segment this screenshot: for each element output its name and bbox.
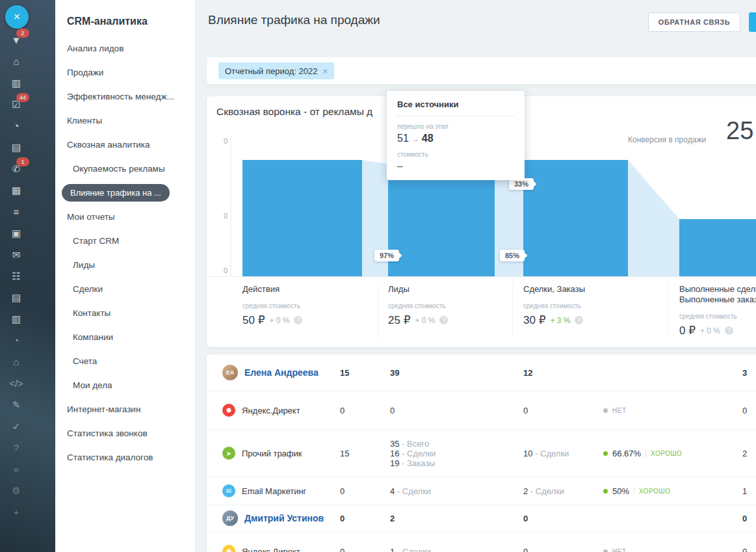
crm-icon[interactable]: ◔	[3, 116, 29, 136]
mail-icon[interactable]: ✉	[3, 245, 29, 265]
main-content: Влияние трафика на продажи ОБРАТНАЯ СВЯЗ…	[195, 0, 756, 552]
feedback-button[interactable]: ОБРАТНАЯ СВЯЗЬ	[648, 12, 740, 32]
marketing-icon[interactable]: ◔	[3, 331, 29, 350]
right-count-cell: 1	[742, 486, 756, 496]
value: 2	[390, 514, 395, 523]
bar-deals	[523, 160, 628, 276]
close-button[interactable]: ×	[5, 5, 29, 29]
table-row[interactable]: ДУДмитрий Устинов0200	[207, 505, 756, 531]
sidebar-item[interactable]: Анализ лидов	[55, 36, 195, 60]
sidebar-item[interactable]: Сквозная аналитика	[55, 133, 195, 157]
sidebar-item-label: Продажи	[67, 68, 103, 77]
value: 19	[390, 458, 399, 468]
help-icon[interactable]: ?	[575, 316, 583, 324]
sidebar-item-label: Влияние трафика на ...	[62, 184, 170, 202]
value: 0	[340, 406, 345, 415]
traffic-green-icon: ➤	[222, 447, 235, 460]
check-icon[interactable]: ✓	[3, 417, 29, 436]
filter-bar[interactable]: Отчетный период: 2022 ×	[207, 57, 756, 85]
sidebar-item[interactable]: Интернет-магазин	[55, 397, 195, 421]
primary-action-button[interactable]	[749, 12, 756, 32]
help-icon[interactable]: ?	[439, 316, 448, 324]
add-icon[interactable]: +	[3, 503, 29, 522]
table-row[interactable]: Яндекс.Директ000НЕТ0	[207, 391, 756, 429]
table-row[interactable]: ЕАЕлена Андреева1539123	[207, 354, 756, 391]
sidebar-item-label: Старт CRM	[73, 236, 119, 246]
cart-icon[interactable]: ▥	[3, 73, 29, 93]
value: 2	[742, 449, 747, 458]
pencil-icon[interactable]: ✎	[3, 395, 29, 415]
totals-cell: 35 - Всего16 - Сделки19 - Заказы	[390, 439, 523, 468]
catalog-icon[interactable]: ▤	[3, 138, 29, 157]
status-cell: 66.67%ХОРОШО	[603, 449, 742, 458]
sidebar-item[interactable]: Продажи	[55, 60, 195, 85]
sidebar-item[interactable]: Влияние трафика на ...	[55, 181, 195, 205]
drive-icon[interactable]: ▣	[3, 224, 29, 243]
person-link[interactable]: Елена Андреева	[244, 367, 319, 378]
filter-icon[interactable]: ▼2	[3, 31, 29, 50]
sidebar-item[interactable]: Статистика диалогов	[55, 445, 195, 469]
sidebar-item[interactable]: Мои отчеты	[55, 205, 195, 229]
sidebar-item[interactable]: Сделки	[55, 277, 195, 301]
sidebar-item[interactable]: Статистика звонков	[55, 421, 195, 445]
sidebar-item[interactable]: Эффективность менедж...	[55, 85, 195, 109]
status-dot	[603, 549, 608, 552]
stage-name: Лиды	[388, 284, 525, 295]
sidebar-item[interactable]: Окупаемость рекламы	[55, 157, 195, 181]
inbox-icon[interactable]: ▥	[3, 309, 29, 329]
person-link[interactable]: Дмитрий Устинов	[244, 513, 324, 523]
sidebar-title: CRM-аналитика	[55, 0, 195, 36]
axis-tick: 0	[215, 212, 228, 220]
deals-cell: 12	[523, 368, 603, 378]
source-label: Яндекс.Директ	[242, 547, 300, 552]
email-blue-icon: ✉	[222, 484, 235, 497]
value: 0	[340, 547, 345, 552]
sidebar-item-label: Окупаемость рекламы	[73, 164, 165, 174]
status-divider	[645, 450, 646, 457]
sidebar-item[interactable]: Клиенты	[55, 109, 195, 133]
value-line: 2 - Сделки	[523, 486, 603, 496]
sidebar-item[interactable]: Компании	[55, 325, 195, 349]
status-cell: НЕТ	[603, 407, 742, 414]
settings-icon[interactable]: ⚙	[3, 481, 29, 501]
value-line: 0	[390, 406, 523, 415]
value-line: 16 - Сделки	[390, 449, 523, 458]
sidebar-item[interactable]: Лиды	[55, 253, 195, 277]
sidebar-item[interactable]: Контакты	[55, 301, 195, 325]
tooltip-title: Все источники	[397, 99, 514, 109]
documents-icon[interactable]: ≡	[3, 202, 29, 222]
help-icon[interactable]: ?	[3, 438, 29, 458]
sidebar-item[interactable]: Мои дела	[55, 373, 195, 397]
calendar-icon[interactable]: ▦	[3, 181, 29, 200]
filter-chip[interactable]: Отчетный период: 2022 ×	[218, 62, 334, 79]
contacts-icon[interactable]: ▤	[3, 288, 29, 308]
axis-tick: 0	[215, 267, 228, 274]
remove-filter-icon[interactable]: ×	[322, 66, 328, 76]
totals-cell: 1 - Сделки	[390, 547, 523, 552]
avg-cost-label: средняя стоимость	[388, 302, 525, 309]
value: 16	[390, 449, 399, 458]
sidebar-item[interactable]: Счета	[55, 349, 195, 373]
chat-icon[interactable]: ✆1	[3, 159, 29, 179]
groups-icon[interactable]: ☷	[3, 267, 29, 286]
table-row[interactable]: ➤Прочий трафик1535 - Всего16 - Сделки19 …	[207, 429, 756, 477]
sidebar-item[interactable]: Старт CRM	[55, 229, 195, 253]
share-icon[interactable]: »	[3, 460, 29, 479]
cost-delta: + 0 %	[700, 326, 720, 335]
status-dot	[603, 451, 608, 456]
help-icon[interactable]: ?	[725, 326, 733, 335]
sites-icon[interactable]: ⌂	[3, 352, 29, 372]
tasks-icon[interactable]: ☑44	[3, 95, 29, 114]
code-icon[interactable]: </>	[3, 374, 29, 393]
value-suffix: - Сделки	[395, 486, 431, 496]
help-icon[interactable]: ?	[294, 316, 302, 324]
table-row[interactable]: Яндекс.Директ01 - Сделки0НЕТ0	[207, 531, 756, 552]
avatar: ЕА	[222, 365, 238, 380]
tooltip-cost-value: –	[397, 160, 514, 171]
value-line: 12	[523, 368, 603, 378]
home-icon[interactable]: ⌂	[3, 52, 29, 72]
table-row[interactable]: ✉Email Маркетинг04 - Сделки2 - Сделки50%…	[207, 477, 756, 505]
totals-cell: 39	[390, 368, 523, 378]
status-percent: 50%	[612, 486, 629, 496]
avatar: ДУ	[222, 510, 238, 526]
